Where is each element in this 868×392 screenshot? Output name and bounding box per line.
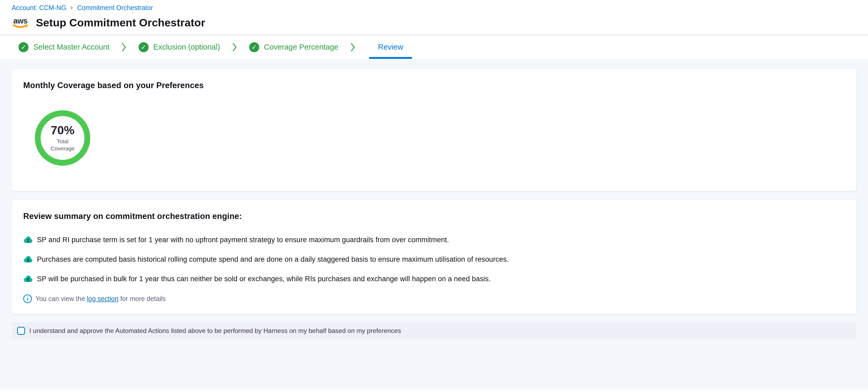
check-circle-icon: ✓	[249, 42, 259, 52]
approval-band: I understand and approve the Automated A…	[11, 322, 857, 339]
step-select-master-account[interactable]: ✓ Select Master Account	[19, 35, 110, 59]
tab-review[interactable]: Review	[369, 35, 412, 59]
log-info-row: i You can view the log section for more …	[23, 294, 845, 303]
coverage-card-title: Monthly Coverage based on your Preferenc…	[23, 81, 845, 90]
bullet-text: SP will be purchased in bulk for 1 year …	[37, 275, 491, 283]
cloud-dollar-icon: $	[23, 236, 33, 244]
monthly-coverage-card: Monthly Coverage based on your Preferenc…	[11, 69, 857, 191]
breadcrumb-page-link[interactable]: Commitment Orchestrator	[77, 4, 153, 11]
svg-text:$: $	[27, 238, 29, 243]
chevron-right-icon	[122, 35, 126, 59]
approval-label: I understand and approve the Automated A…	[29, 327, 401, 334]
log-section-link[interactable]: log section	[87, 295, 119, 302]
step-coverage-percentage[interactable]: ✓ Coverage Percentage	[249, 35, 338, 59]
page-header: Account: CCM-NG › Commitment Orchestrato…	[0, 0, 868, 35]
bullet-text: Purchases are computed basis historical …	[37, 255, 509, 264]
approval-checkbox[interactable]	[17, 327, 25, 335]
list-item: $ SP and RI purchase term is set for 1 y…	[23, 236, 845, 244]
info-suffix: for more details	[119, 295, 166, 302]
check-circle-icon: ✓	[19, 42, 29, 52]
bottom-strip	[0, 390, 868, 392]
svg-text:$: $	[27, 277, 29, 282]
check-circle-icon: ✓	[138, 42, 149, 52]
svg-text:$: $	[27, 258, 29, 262]
review-bullet-list: $ SP and RI purchase term is set for 1 y…	[23, 236, 845, 283]
step-exclusion[interactable]: ✓ Exclusion (optional)	[138, 35, 220, 59]
info-icon: i	[23, 294, 32, 303]
aws-logo-icon: aws	[11, 15, 31, 30]
step-label: Select Master Account	[33, 43, 110, 52]
breadcrumb-separator-icon: ›	[70, 3, 73, 11]
bullet-text: SP and RI purchase term is set for 1 yea…	[37, 236, 449, 244]
setup-stepper: ✓ Select Master Account ✓ Exclusion (opt…	[0, 35, 868, 59]
main-content: Monthly Coverage based on your Preferenc…	[0, 59, 868, 339]
list-item: $ SP will be purchased in bulk for 1 yea…	[23, 275, 845, 283]
info-prefix: You can view the	[35, 295, 87, 302]
tab-review-label: Review	[378, 43, 403, 52]
svg-text:aws: aws	[13, 17, 27, 25]
step-label: Coverage Percentage	[264, 43, 338, 52]
chevron-right-icon	[350, 35, 355, 59]
step-label: Exclusion (optional)	[153, 43, 220, 52]
chevron-right-icon	[232, 35, 237, 59]
page-title: Setup Commitment Orchestrator	[36, 17, 205, 29]
breadcrumb: Account: CCM-NG › Commitment Orchestrato…	[11, 4, 857, 12]
donut-label: Total Coverage	[47, 138, 79, 152]
breadcrumb-account-link[interactable]: Account: CCM-NG	[11, 4, 66, 11]
total-coverage-donut-chart: 70% Total Coverage	[35, 110, 90, 166]
list-item: $ Purchases are computed basis historica…	[23, 255, 845, 264]
info-text: You can view the log section for more de…	[35, 295, 166, 302]
review-summary-card: Review summary on commitment orchestrati…	[11, 200, 857, 314]
review-card-title: Review summary on commitment orchestrati…	[23, 211, 845, 221]
cloud-dollar-icon: $	[23, 255, 33, 264]
cloud-dollar-icon: $	[23, 275, 33, 283]
donut-value: 70%	[51, 124, 74, 136]
